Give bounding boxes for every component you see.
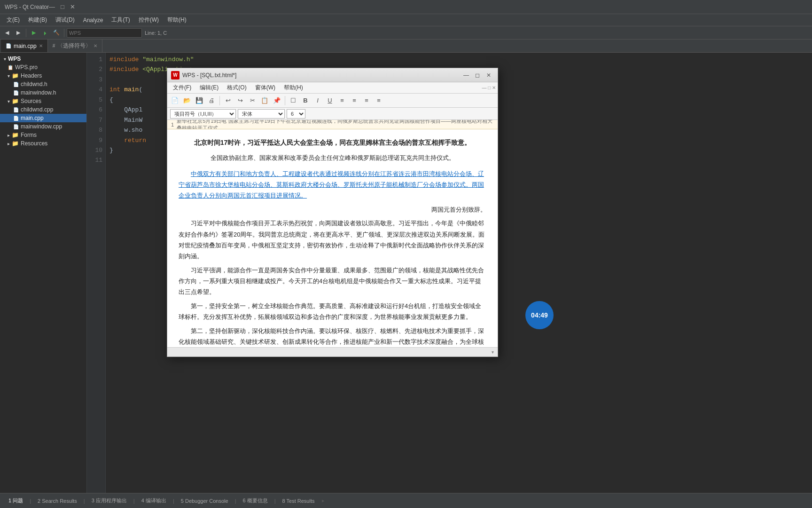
wps-menu-bar: 文件(F) 编辑(E) 格式(O) 窗体(W) 帮助(H) — □ ✕ [167, 82, 498, 94]
line-num-4: 4 [87, 85, 102, 95]
quick-locate-input[interactable] [67, 28, 142, 38]
wps-closing: 两国元首分别致辞。 [179, 204, 486, 215]
tab-close-btn[interactable]: ✕ [39, 43, 43, 48]
wps-para-2: 习近平对中俄核能合作项目开工表示热烈祝贺，向两国建设者致以崇高敬意。习近平指出，… [179, 218, 486, 262]
wps-align-right[interactable]: ≡ [361, 95, 372, 106]
file-icon-mainwindow-h: 📄 [13, 90, 19, 95]
wps-toolbar: 📄 📂 💾 🖨 ↩ ↪ ✂ 📋 📌 ☐ B I U ≡ ≡ ≡ ≡ [167, 94, 498, 108]
line-num-9: 9 [87, 135, 102, 145]
wps-bold-btn[interactable]: B [300, 95, 311, 106]
menu-debug[interactable]: 调试(D) [52, 15, 78, 25]
wps-para-1: 中俄双方有关部门和地方负责人、工程建设者代表通过视频连线分别在江苏省连云港市田湾… [179, 168, 486, 201]
wps-title-bar: W WPS - [SQL.txt.html*] — ◻ ✕ [167, 68, 498, 82]
tab-file-icon: 📄 [6, 43, 11, 48]
sidebar-item-childwnd-h[interactable]: 📄 childwnd.h [0, 80, 86, 88]
sidebar-item-wps-pro[interactable]: 📋 WPS.pro [0, 63, 86, 71]
wps-redo-btn[interactable]: ↪ [234, 95, 246, 106]
wps-copy-btn[interactable]: 📋 [259, 95, 270, 106]
wps-undo-btn[interactable]: ↩ [222, 95, 234, 106]
line-info: Line: 1, C [145, 30, 167, 36]
sidebar-folder-forms[interactable]: ▸ 📁 Forms [0, 131, 86, 139]
wps-new-btn[interactable]: 📄 [169, 95, 180, 106]
wps-window: W WPS - [SQL.txt.html*] — ◻ ✕ 文件(F) 编辑(E… [167, 68, 498, 357]
bottom-tab-problems[interactable]: 1 问题 [4, 495, 28, 506]
bottom-tab-search[interactable]: 2 Search Results [33, 496, 82, 506]
menu-controls[interactable]: 控件(W) [135, 15, 163, 25]
wps-menu-edit[interactable]: 编辑(E) [196, 83, 222, 93]
bottom-tab-overview[interactable]: 6 概要信息 [238, 495, 273, 506]
toolbar-forward-btn[interactable]: ▶ [13, 28, 23, 38]
sidebar: ▾ WPS 📋 WPS.pro ▾ 📁 Headers 📄 childwnd.h… [0, 53, 87, 493]
toolbar-debug-btn[interactable]: ⏵ [40, 28, 50, 38]
wps-style-select[interactable]: 项目符号（I,II,III） [170, 109, 236, 119]
sidebar-label-childwnd-cpp: childwnd.cpp [21, 106, 53, 113]
wps-align-left[interactable]: ≡ [336, 95, 348, 106]
wps-save-btn[interactable]: 💾 [194, 95, 205, 106]
bottom-panel-sep2: | [84, 498, 85, 504]
sidebar-folder-sources[interactable]: ▾ 📁 Sources [0, 97, 86, 105]
line-num-11: 11 [87, 155, 102, 165]
wps-menu-window[interactable]: 窗体(W) [251, 83, 279, 93]
sidebar-label-main-cpp: main.cpp [21, 115, 44, 121]
close-button[interactable]: ✕ [70, 3, 75, 10]
wps-restore-btn[interactable]: ◻ [472, 71, 483, 80]
maximize-button[interactable]: □ [61, 3, 64, 10]
bottom-panel: 1 问题 | 2 Search Results | 3 应用程序输出 | 4 编… [0, 493, 812, 508]
ticker-num: 1 [171, 122, 174, 127]
wps-box-1[interactable]: ☐ [288, 95, 299, 106]
sidebar-folder-headers[interactable]: ▾ 📁 Headers [0, 71, 86, 80]
menu-help[interactable]: 帮助(H) [164, 15, 190, 25]
toolbar-back-btn[interactable]: ◀ [2, 28, 12, 38]
wps-status-text: ▾ [492, 349, 494, 355]
menu-file[interactable]: 文(E) [3, 15, 23, 25]
minimize-button[interactable]: — [49, 3, 55, 10]
wps-minimize-btn[interactable]: — [461, 71, 471, 80]
wps-print-btn[interactable]: 🖨 [206, 95, 217, 106]
wps-logo: W [171, 71, 180, 79]
wps-paste-btn[interactable]: 📌 [271, 95, 282, 106]
tab-main-cpp[interactable]: 📄 main.cpp ✕ [1, 40, 48, 52]
tab-symbol-icon: # [53, 43, 55, 48]
tab-symbol-close-btn[interactable]: ✕ [94, 43, 97, 48]
menu-build[interactable]: 构建(B) [24, 15, 51, 25]
bottom-tab-debugger[interactable]: 5 Debugger Console [176, 496, 233, 506]
line-num-2: 2 [87, 64, 102, 74]
wps-underline-btn[interactable]: U [324, 95, 336, 106]
bottom-tab-more-icon[interactable]: ▸ [322, 498, 325, 504]
sidebar-item-main-cpp[interactable]: 📄 main.cpp [0, 114, 86, 122]
bottom-tab-app-output[interactable]: 3 应用程序输出 [87, 495, 132, 506]
wps-align-justify[interactable]: ≡ [373, 95, 384, 106]
menu-tools[interactable]: 工具(T) [108, 15, 133, 25]
wps-cut-btn[interactable]: ✂ [247, 95, 258, 106]
wps-para-5: 第二，坚持创新驱动，深化核能科技合作内涵。要以核环保、核医疗、核燃料、先进核电技… [179, 325, 486, 347]
sidebar-item-mainwindow-h[interactable]: 📄 mainwindow.h [0, 88, 86, 97]
wps-format-bar: 项目符号（I,II,III） 宋体 6 [167, 108, 498, 120]
wps-align-center[interactable]: ≡ [349, 95, 360, 106]
sidebar-project-wps[interactable]: ▾ WPS [0, 55, 86, 63]
wps-para-3: 习近平强调，能源合作一直是两国务实合作中分量最重、成果最多、范围最广的领域，核能… [179, 265, 486, 298]
code-line-1: #include "mainwindow.h" [109, 55, 808, 64]
sidebar-item-mainwindow-cpp[interactable]: 📄 mainwindow.cpp [0, 122, 86, 131]
forms-expand-icon: ▸ [8, 133, 10, 138]
wps-close-btn[interactable]: ✕ [484, 71, 494, 80]
wps-menu-help[interactable]: 帮助(H) [280, 83, 307, 93]
sources-folder-icon: 📁 [12, 98, 19, 104]
tab-symbol[interactable]: # 〈选择符号〉 ✕ [48, 40, 103, 52]
wps-font-select[interactable]: 宋体 [238, 109, 285, 119]
wps-menu-file[interactable]: 文件(F) [169, 83, 195, 93]
wps-content[interactable]: 北京时间17时许，习近平抵达人民大会堂主会场，同在克里姆林宫主会场的普京互相挥手… [167, 129, 498, 347]
wps-open-btn[interactable]: 📂 [181, 95, 193, 106]
wps-menu-format[interactable]: 格式(O) [223, 83, 250, 93]
toolbar-run-btn[interactable]: ▶ [29, 28, 39, 38]
wps-para-1-link[interactable]: 中俄双方有关部门和地方负责人、工程建设者代表通过视频连线分别在江苏省连云港市田湾… [179, 170, 484, 199]
toolbar-build-btn[interactable]: 🔨 [51, 28, 62, 38]
line-numbers: 1 2 3 4 5 6 7 8 9 10 11 [87, 53, 106, 493]
sidebar-item-childwnd-cpp[interactable]: 📄 childwnd.cpp [0, 105, 86, 114]
menu-analyze[interactable]: Analyze [79, 16, 107, 24]
tab-bar: 📄 main.cpp ✕ # 〈选择符号〉 ✕ [0, 40, 812, 53]
wps-italic-btn[interactable]: I [312, 95, 323, 106]
bottom-tab-tests[interactable]: 8 Test Results [278, 496, 320, 506]
sidebar-folder-resources[interactable]: ▸ 📁 Resources [0, 139, 86, 148]
bottom-tab-compile[interactable]: 4 编译输出 [137, 495, 171, 506]
wps-size-select[interactable]: 6 [287, 109, 305, 119]
